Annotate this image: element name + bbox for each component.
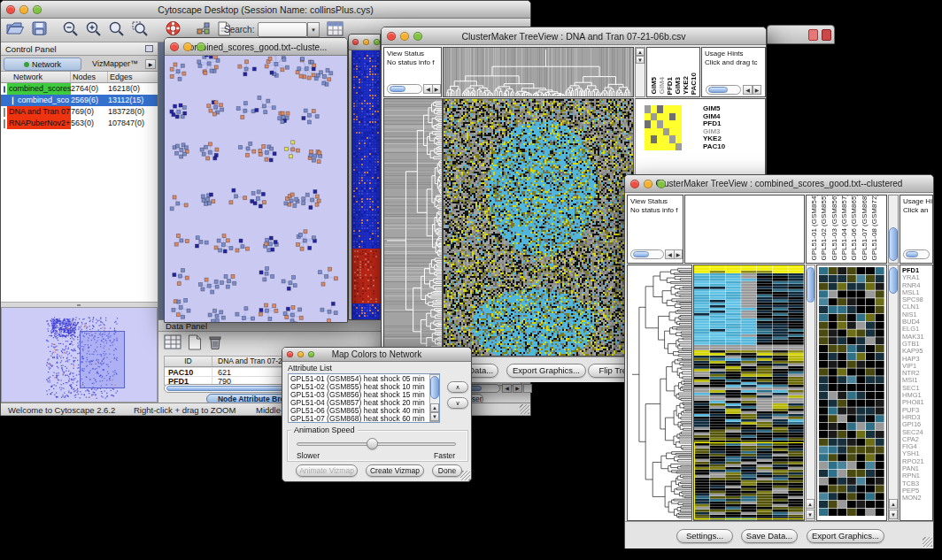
matrix-cell[interactable] [663, 120, 669, 128]
matrix-row-label[interactable]: PAC10 [703, 143, 725, 151]
folder-open-icon[interactable] [6, 21, 25, 40]
scroll-right-icon[interactable]: ▶ [513, 384, 522, 393]
create-vizmapbutton[interactable]: Create Vizmap [366, 464, 424, 477]
zoom-scrollbar[interactable]: ▲ ▼ [888, 265, 899, 521]
node-attribute-icon[interactable] [196, 21, 211, 39]
column-dendrogram-panel[interactable] [684, 195, 805, 264]
matrix-cell[interactable] [645, 143, 651, 151]
matrix-cell[interactable] [651, 135, 657, 143]
dense-network-canvas[interactable] [349, 50, 380, 319]
donebutton[interactable]: Done [432, 464, 462, 477]
matrix-cell[interactable] [676, 120, 682, 128]
heatmap-panel[interactable] [443, 98, 634, 357]
zoom-in-icon[interactable] [85, 20, 103, 41]
list-scrollbar[interactable]: ▲ ▼ [429, 374, 440, 422]
matrix-cell[interactable] [645, 128, 651, 136]
zoom-heatmap-panel[interactable] [816, 265, 887, 521]
network-overview-canvas[interactable] [2, 308, 157, 402]
column-label[interactable]: GPL51-03 (GSM856) [830, 195, 838, 261]
close-icon[interactable] [170, 42, 179, 51]
column-label[interactable]: GPL51-01 (GSM854) [810, 195, 818, 261]
network-list-row[interactable]: RNAPuberNov2+ 563(0) 107847(0) [1, 118, 158, 129]
matrix-cell[interactable] [651, 113, 657, 121]
dialog-titlebar[interactable]: Map Colors to Network [282, 348, 471, 362]
column-label[interactable]: GPL51-04 (GSM857) [840, 195, 848, 261]
scroll-right-icon[interactable]: ▶ [432, 84, 441, 94]
float-panel-icon[interactable] [145, 45, 153, 52]
heatmap-canvas[interactable] [694, 265, 804, 520]
zoom-window-icon[interactable] [413, 32, 422, 41]
column-label[interactable]: GPL51-07 (GSM868) [861, 195, 869, 261]
save-data-button[interactable]: Save Data... [741, 529, 798, 543]
row-dendrogram-panel[interactable] [627, 265, 692, 521]
zoom-heatmap-canvas[interactable] [817, 265, 886, 520]
minimize-icon[interactable] [400, 32, 409, 41]
move-down-button[interactable]: ∨ [447, 397, 468, 409]
gene-label[interactable]: MON2 [900, 495, 932, 502]
matrix-cell[interactable] [657, 143, 663, 151]
view-status-scrollbar[interactable] [387, 84, 422, 94]
table-icon[interactable] [164, 334, 181, 354]
scroll-left-icon[interactable]: ◀ [502, 384, 512, 393]
export-graphics-button[interactable]: Export Graphics... [506, 364, 586, 378]
matrix-cell[interactable] [663, 128, 669, 136]
correlation-matrix[interactable] [645, 105, 682, 150]
matrix-cell[interactable] [676, 135, 682, 143]
network-list-row[interactable]: combined_sco 2569(6) 13112(15) [1, 95, 158, 106]
zoom-window-icon[interactable] [33, 5, 42, 14]
usage-hints-scrollbar[interactable] [903, 249, 930, 259]
matrix-cell[interactable] [669, 120, 676, 128]
matrix-cell[interactable] [676, 128, 682, 136]
column-label[interactable]: PFD1 [666, 77, 674, 95]
matrix-cell[interactable] [651, 120, 657, 128]
column-label[interactable]: PAC10 [690, 73, 698, 95]
treeview2-titlebar[interactable]: ClusterMaker TreeView : combined_scores_… [625, 175, 933, 193]
treeview2-window[interactable]: ClusterMaker TreeView : combined_scores_… [624, 174, 934, 548]
column-labels-panel[interactable]: GPL51-01 (GSM854)GPL51-02 (GSM855)GPL51-… [806, 195, 887, 264]
matrix-cell[interactable] [676, 105, 682, 113]
resize-handle[interactable] [460, 471, 470, 480]
settings-button[interactable]: Settings... [676, 529, 733, 543]
matrix-cell[interactable] [669, 105, 676, 113]
row-dendrogram-panel[interactable] [383, 98, 443, 357]
row-dendrogram-canvas[interactable] [384, 99, 442, 356]
matrix-cell[interactable] [676, 113, 682, 121]
network-canvas[interactable] [165, 56, 347, 322]
column-label[interactable]: GPL51-06 (GSM865) [850, 195, 858, 261]
heatmap-panel[interactable] [693, 265, 805, 521]
zoom-window-icon[interactable] [197, 42, 205, 51]
zoom-out-icon[interactable] [62, 20, 80, 41]
search-input[interactable] [258, 22, 307, 37]
zoom-selected-icon[interactable] [131, 20, 149, 41]
matrix-cell[interactable] [645, 135, 651, 143]
matrix-cell[interactable] [669, 128, 676, 136]
column-label[interactable]: GIM5 [650, 77, 658, 95]
heatmap-canvas[interactable] [444, 99, 633, 356]
matrix-cell[interactable] [657, 135, 663, 143]
matrix-cell[interactable] [663, 113, 669, 121]
matrix-cell[interactable] [657, 105, 663, 113]
column-label[interactable]: GPL51-02 (GSM855) [820, 195, 828, 261]
column-label[interactable]: GIM3 [674, 77, 682, 95]
matrix-cell[interactable] [657, 120, 663, 128]
minimize-icon[interactable] [363, 39, 369, 45]
matrix-cell[interactable] [669, 143, 676, 151]
close-icon[interactable] [387, 32, 396, 41]
view-status-scrollbar[interactable] [630, 249, 664, 259]
tab-network[interactable]: Network [4, 58, 81, 71]
move-up-button[interactable]: ∧ [447, 381, 468, 393]
zoom-window-icon[interactable] [308, 351, 314, 357]
save-icon[interactable] [32, 21, 48, 40]
matrix-cell[interactable] [663, 135, 669, 143]
matrix-cell[interactable] [651, 128, 657, 136]
network-view-window[interactable]: combined_scores_good.txt--cluste... [164, 37, 348, 323]
close-icon[interactable] [630, 180, 639, 188]
scroll-left-icon[interactable]: ◀ [743, 85, 753, 95]
matrix-cell[interactable] [645, 120, 651, 128]
search-dropdown-icon[interactable]: ▼ [307, 22, 320, 37]
matrix-cell[interactable] [645, 113, 651, 121]
labels-scrollbar[interactable] [888, 195, 899, 264]
close-icon[interactable] [287, 351, 293, 357]
treeview1-titlebar[interactable]: ClusterMaker TreeView : DNA and Tran 07-… [382, 27, 766, 45]
zoom-actual-icon[interactable] [108, 20, 126, 41]
